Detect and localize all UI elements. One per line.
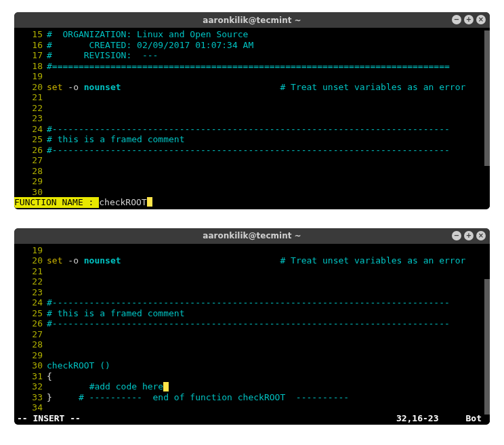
line-content[interactable]: #---------------------------------------… [47, 318, 490, 329]
scrollbar-thumb[interactable] [484, 279, 490, 415]
line-content[interactable]: { [47, 371, 490, 382]
line-number: 25 [14, 134, 47, 145]
line-content[interactable] [47, 266, 490, 277]
scrollbar[interactable] [484, 245, 490, 424]
code-segment [121, 255, 280, 266]
command-prompt-line[interactable]: FUNCTION NAME : checkROOT [14, 197, 490, 208]
line-content[interactable]: # this is a framed comment [47, 308, 490, 319]
code-line[interactable]: 22 [14, 276, 490, 287]
code-line[interactable]: 21 [14, 92, 490, 103]
line-content[interactable] [47, 71, 490, 82]
code-line[interactable]: 21 [14, 266, 490, 277]
line-content[interactable]: # this is a framed comment [47, 134, 490, 145]
line-content[interactable]: checkROOT () [47, 360, 490, 371]
code-line[interactable]: 17# REVISION: --- [14, 50, 490, 61]
code-line[interactable]: 24#-------------------------------------… [14, 124, 490, 135]
line-content[interactable]: # REVISION: --- [47, 50, 490, 61]
line-content[interactable] [47, 92, 490, 103]
code-line[interactable]: 29 [14, 350, 490, 361]
line-content[interactable] [47, 166, 490, 177]
line-content[interactable]: set -o nounset # Treat unset variables a… [47, 82, 490, 93]
line-content[interactable] [47, 176, 490, 187]
line-content[interactable]: set -o nounset # Treat unset variables a… [47, 255, 490, 266]
code-line[interactable]: 28 [14, 166, 490, 177]
line-number: 34 [14, 402, 47, 413]
line-number: 17 [14, 50, 47, 61]
code-line[interactable]: 34 [14, 402, 490, 413]
line-content[interactable]: # ORGANIZATION: Linux and Open Source [47, 29, 490, 40]
code-line[interactable]: 19 [14, 71, 490, 82]
line-content[interactable] [47, 339, 490, 350]
line-content[interactable]: } # ---------- end of function checkROOT… [47, 392, 490, 403]
code-line[interactable]: 16# CREATED: 02/09/2017 01:07:34 AM [14, 40, 490, 51]
code-line[interactable]: 30 [14, 187, 490, 198]
line-content[interactable] [47, 329, 490, 340]
scrollbar[interactable] [484, 29, 490, 208]
code-line[interactable]: 26#-------------------------------------… [14, 145, 490, 156]
code-line[interactable]: 19 [14, 245, 490, 256]
code-line[interactable]: 18#=====================================… [14, 61, 490, 72]
line-number: 22 [14, 276, 47, 287]
close-button[interactable]: × [476, 231, 486, 240]
code-line[interactable]: 24#-------------------------------------… [14, 297, 490, 308]
line-content[interactable]: #add code here [47, 381, 490, 392]
code-line[interactable]: 28 [14, 339, 490, 350]
line-content[interactable] [47, 113, 490, 124]
minimize-button[interactable]: − [452, 15, 461, 24]
editor-viewport[interactable]: 15# ORGANIZATION: Linux and Open Source1… [14, 28, 490, 209]
line-content[interactable] [47, 187, 490, 198]
code-line[interactable]: 25# this is a framed comment [14, 308, 490, 319]
code-line[interactable]: 25# this is a framed comment [14, 134, 490, 145]
code-line[interactable]: 33} # ---------- end of function checkRO… [14, 392, 490, 403]
maximize-button[interactable]: + [464, 231, 474, 240]
line-content[interactable]: #---------------------------------------… [47, 145, 490, 156]
code-segment: # CREATED: 02/09/2017 01:07:34 AM [47, 40, 253, 50]
code-line[interactable]: 27 [14, 329, 490, 340]
line-number: 26 [14, 318, 47, 329]
line-number: 22 [14, 103, 47, 114]
code-segment: set [47, 255, 62, 266]
code-line[interactable]: 30checkROOT () [14, 360, 490, 371]
line-content[interactable]: # CREATED: 02/09/2017 01:07:34 AM [47, 40, 490, 51]
code-segment: #---------------------------------------… [47, 318, 450, 329]
close-button[interactable]: × [476, 15, 486, 24]
maximize-button[interactable]: + [464, 15, 474, 24]
line-content[interactable] [47, 103, 490, 114]
code-line[interactable]: 20set -o nounset # Treat unset variables… [14, 255, 490, 266]
code-segment: # ORGANIZATION: Linux and Open Source [47, 29, 248, 39]
line-content[interactable] [47, 245, 490, 256]
code-line[interactable]: 22 [14, 103, 490, 114]
code-segment: set [47, 82, 62, 92]
code-line[interactable]: 15# ORGANIZATION: Linux and Open Source [14, 29, 490, 40]
minimize-button[interactable]: − [452, 231, 461, 240]
line-number: 19 [14, 245, 47, 256]
line-content[interactable] [47, 402, 490, 413]
editor-viewport[interactable]: 1920set -o nounset # Treat unset variabl… [14, 244, 490, 425]
window-buttons: −+× [452, 231, 486, 240]
code-line[interactable]: 26#-------------------------------------… [14, 318, 490, 329]
code-segment: #---------------------------------------… [47, 297, 450, 308]
line-content[interactable]: #---------------------------------------… [47, 124, 490, 135]
code-segment: #=======================================… [47, 61, 450, 71]
line-content[interactable]: #---------------------------------------… [47, 297, 490, 308]
code-line[interactable]: 32 #add code here [14, 381, 490, 392]
line-number: 26 [14, 145, 47, 156]
line-content[interactable]: #=======================================… [47, 61, 490, 72]
code-line[interactable]: 31{ [14, 371, 490, 382]
line-content[interactable] [47, 350, 490, 361]
line-content[interactable] [47, 287, 490, 298]
code-line[interactable]: 29 [14, 176, 490, 187]
code-segment [47, 381, 89, 391]
code-line[interactable]: 23 [14, 287, 490, 298]
prompt-value[interactable]: checkROOT [99, 197, 146, 208]
scrollbar-thumb[interactable] [484, 30, 490, 166]
line-number: 29 [14, 176, 47, 187]
code-line[interactable]: 23 [14, 113, 490, 124]
line-content[interactable] [47, 276, 490, 287]
code-line[interactable]: 20set -o nounset # Treat unset variables… [14, 82, 490, 93]
code-line[interactable]: 27 [14, 155, 490, 166]
line-number: 15 [14, 29, 47, 40]
prompt-label: FUNCTION NAME : [14, 197, 99, 208]
line-content[interactable] [47, 155, 490, 166]
line-number: 16 [14, 40, 47, 51]
